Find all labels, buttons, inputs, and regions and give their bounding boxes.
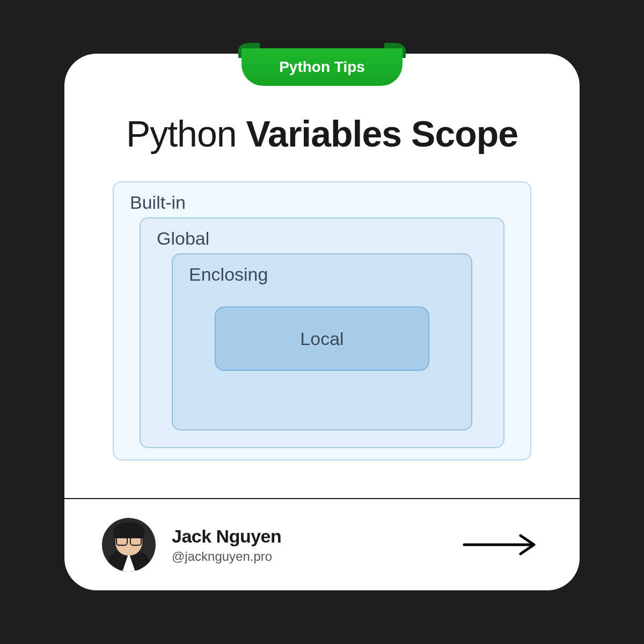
ribbon-banner: Python Tips [241, 48, 402, 86]
scope-diagram: Built-in Global Enclosing Local [97, 181, 547, 460]
scope-local-label: Local [300, 328, 343, 349]
scope-local-box: Local [215, 306, 429, 371]
footer: Jack Nguyen @jacknguyen.pro [64, 499, 580, 590]
content-area: Python Variables Scope Built-in Global E… [64, 54, 580, 498]
card: Python Tips Python Variables Scope Built… [64, 54, 580, 590]
ribbon-label: Python Tips [279, 58, 365, 76]
scope-builtin-label: Built-in [130, 192, 514, 213]
author-handle: @jacknguyen.pro [172, 549, 445, 564]
arrow-right-icon [462, 531, 542, 558]
author-name: Jack Nguyen [172, 526, 445, 547]
author-avatar [102, 518, 156, 572]
scope-global-label: Global [157, 228, 487, 249]
scope-enclosing-label: Enclosing [189, 264, 455, 285]
author-info: Jack Nguyen @jacknguyen.pro [172, 526, 445, 564]
page-title: Python Variables Scope [97, 113, 547, 155]
scope-builtin-box: Built-in Global Enclosing Local [113, 181, 531, 460]
title-bold-part: Variables Scope [246, 113, 518, 154]
ribbon-wrapper: Python Tips [241, 43, 402, 86]
title-light-part: Python [126, 113, 246, 154]
scope-enclosing-box: Enclosing Local [172, 253, 472, 430]
scope-global-box: Global Enclosing Local [140, 217, 504, 448]
